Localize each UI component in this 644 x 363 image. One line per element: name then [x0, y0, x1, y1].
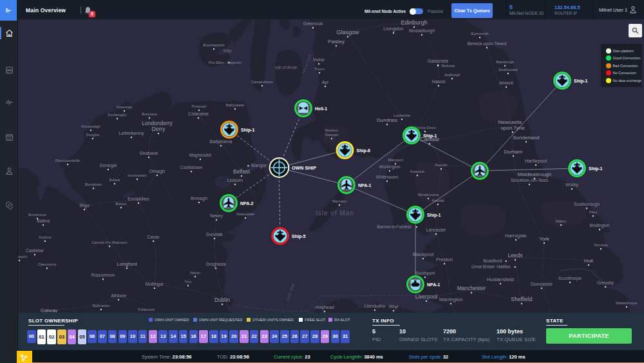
svg-text:Paisley: Paisley: [328, 39, 345, 44]
svg-text:Donegal: Donegal: [100, 163, 117, 168]
svg-text:Bruichladdich: Bruichladdich: [203, 43, 224, 47]
svg-text:Hawick: Hawick: [432, 79, 446, 84]
svg-text:Ship-5: Ship-5: [292, 234, 305, 239]
svg-text:Roscommon: Roscommon: [91, 273, 115, 277]
svg-text:Glasgow: Glasgow: [336, 29, 359, 35]
svg-text:Westport: Westport: [18, 255, 27, 259]
svg-text:Whitehaven: Whitehaven: [376, 175, 399, 179]
svg-text:Invinestown: Invinestown: [128, 173, 146, 177]
svg-text:Edinburgh: Edinburgh: [401, 19, 427, 26]
svg-text:Llandudno: Llandudno: [365, 304, 386, 308]
svg-text:Newry: Newry: [210, 213, 223, 219]
svg-text:Berwick-upon-Tweed: Berwick-upon-Tweed: [468, 41, 507, 46]
svg-text:Liverpool: Liverpool: [415, 293, 438, 300]
svg-text:OWN SHIP: OWN SHIP: [292, 165, 316, 171]
svg-text:York: York: [539, 236, 550, 242]
svg-text:Ayr: Ayr: [322, 80, 329, 85]
svg-text:Holyhead: Holyhead: [315, 305, 334, 310]
svg-text:Grimsby: Grimsby: [597, 280, 614, 286]
svg-text:Enniskillen: Enniskillen: [128, 197, 149, 201]
svg-text:Sunderland: Sunderland: [513, 135, 540, 141]
svg-text:Livingston: Livingston: [383, 26, 404, 32]
svg-text:Ship-1: Ship-1: [241, 128, 254, 133]
svg-text:Ramsey: Ramsey: [332, 199, 346, 203]
svg-text:Whitby: Whitby: [565, 182, 579, 188]
svg-text:Ship-1: Ship-1: [589, 166, 602, 172]
svg-text:Letterkenny: Letterkenny: [118, 130, 144, 136]
svg-text:Halifax: Halifax: [497, 264, 511, 269]
svg-text:Bamburgh: Bamburgh: [496, 60, 514, 64]
svg-text:Coleraine: Coleraine: [188, 111, 209, 117]
svg-text:Barrow-in-Furness: Barrow-in-Furness: [377, 224, 412, 229]
svg-text:Penrith: Penrith: [435, 163, 447, 167]
svg-text:Bangor: Bangor: [251, 162, 267, 168]
svg-text:Melrose: Melrose: [441, 64, 455, 68]
svg-text:Strabane: Strabane: [140, 151, 158, 155]
svg-text:Claremorris: Claremorris: [38, 262, 57, 266]
svg-text:Ballymena: Ballymena: [209, 139, 232, 144]
svg-text:Derry: Derry: [152, 126, 166, 132]
svg-text:Foxford: Foxford: [39, 235, 52, 239]
svg-text:NPA-2: NPA-2: [240, 201, 254, 206]
svg-text:Magherafelt: Magherafelt: [189, 153, 212, 158]
svg-text:Galashiels: Galashiels: [428, 59, 449, 63]
svg-text:Doncaster: Doncaster: [531, 281, 553, 287]
svg-text:Newcastle: Newcastle: [498, 119, 522, 125]
svg-text:Omagh: Omagh: [149, 168, 166, 174]
svg-text:Alnwick: Alnwick: [499, 81, 514, 85]
svg-text:Belcoo: Belcoo: [116, 202, 127, 206]
svg-text:Galway: Galway: [41, 308, 58, 313]
svg-text:Rhyl: Rhyl: [389, 304, 398, 309]
svg-text:Greenock: Greenock: [303, 21, 323, 26]
svg-text:Campbeltown: Campbeltown: [251, 80, 273, 84]
svg-text:Stockton-on-Tees: Stockton-on-Tees: [511, 177, 549, 183]
svg-text:Hartlepool: Hartlepool: [525, 158, 547, 164]
svg-text:Trim: Trim: [185, 280, 192, 284]
svg-text:Dublin: Dublin: [214, 297, 230, 303]
svg-text:Great Britain: Great Britain: [471, 264, 495, 269]
svg-text:Athlone: Athlone: [111, 293, 126, 298]
svg-text:Dumfries: Dumfries: [377, 117, 397, 123]
svg-text:Bridlington: Bridlington: [590, 223, 610, 228]
svg-text:Filey: Filey: [589, 210, 598, 214]
svg-text:upon Tyne: upon Tyne: [500, 125, 525, 131]
svg-text:Troon: Troon: [314, 67, 324, 71]
svg-text:Keswick: Keswick: [410, 170, 425, 173]
svg-text:Scunthorpe: Scunthorpe: [558, 276, 582, 281]
svg-text:Windermere: Windermere: [418, 193, 439, 197]
svg-text:Sligo: Sligo: [79, 203, 90, 208]
svg-text:Mullingar: Mullingar: [146, 282, 164, 287]
svg-text:Leeds: Leeds: [507, 252, 522, 259]
svg-text:Malton: Malton: [556, 219, 567, 223]
svg-text:Blackpool: Blackpool: [413, 251, 434, 257]
svg-text:Seahouses: Seahouses: [498, 68, 518, 72]
svg-text:Jedburgh: Jedburgh: [444, 73, 460, 77]
svg-text:Ballinasloe: Ballinasloe: [93, 304, 110, 308]
svg-text:Enniscrone: Enniscrone: [28, 213, 46, 217]
svg-text:Isle of Arran: Isle of Arran: [275, 65, 298, 70]
svg-text:Bundoran: Bundoran: [85, 182, 102, 186]
svg-text:Southport: Southport: [415, 271, 435, 276]
svg-text:Newcastle: Newcastle: [236, 212, 254, 216]
svg-text:Cookstown: Cookstown: [180, 165, 203, 170]
svg-text:Bradford: Bradford: [484, 258, 502, 264]
svg-text:NPA-1: NPA-1: [358, 183, 372, 188]
svg-text:Drogheda: Drogheda: [206, 262, 226, 267]
svg-text:Portrush: Portrush: [192, 104, 207, 108]
svg-text:Ship-1: Ship-1: [574, 79, 587, 84]
svg-text:Dungloe: Dungloe: [86, 133, 100, 137]
svg-text:Armagh: Armagh: [191, 195, 207, 201]
svg-text:Port Ellen: Port Ellen: [209, 61, 224, 64]
svg-text:Ship-6: Ship-6: [357, 148, 370, 153]
svg-text:Heli-1: Heli-1: [315, 106, 327, 111]
svg-text:Irvine: Irvine: [313, 57, 324, 62]
svg-text:Kincasslagh: Kincasslagh: [81, 124, 100, 128]
svg-text:Sheffield: Sheffield: [511, 296, 533, 302]
svg-text:Islay: Islay: [223, 48, 232, 54]
svg-text:Lisburn: Lisburn: [227, 177, 243, 183]
svg-text:Hull: Hull: [584, 258, 593, 264]
svg-text:Maryport: Maryport: [388, 158, 403, 162]
svg-text:Ship-1: Ship-1: [423, 133, 437, 139]
svg-text:Huddersfield: Huddersfield: [487, 277, 514, 282]
svg-text:Castlebar: Castlebar: [26, 248, 44, 253]
